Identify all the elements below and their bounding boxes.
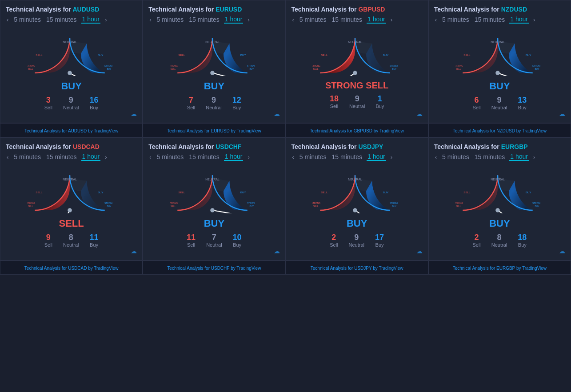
svg-line-70 bbox=[498, 210, 521, 213]
svg-text:STRONG: STRONG bbox=[532, 65, 540, 67]
svg-text:BUY: BUY bbox=[392, 68, 397, 70]
svg-text:SELL: SELL bbox=[178, 191, 185, 194]
timeframe-15-minutes[interactable]: 15 minutes bbox=[188, 153, 220, 160]
timeframe-5-minutes[interactable]: 5 minutes bbox=[156, 16, 185, 23]
timeframe-5-minutes[interactable]: 5 minutes bbox=[441, 153, 470, 160]
footer-audusd[interactable]: Technical Analysis for AUDUSD by Trading… bbox=[0, 123, 143, 137]
card-usdchf: Technical Analysis for USDCHF ‹ 5 minute… bbox=[143, 137, 285, 260]
timeframe-1-hour[interactable]: 1 hour bbox=[367, 153, 386, 161]
prev-arrow-eurusd[interactable]: ‹ bbox=[148, 16, 152, 23]
gauge-eurusd: NEUTRAL SELL BUY STRONG SELL STRONG BUY bbox=[170, 28, 259, 77]
timeframe-15-minutes[interactable]: 15 minutes bbox=[474, 153, 506, 160]
timeframe-15-minutes[interactable]: 15 minutes bbox=[474, 16, 506, 23]
timeframe-1-hour[interactable]: 1 hour bbox=[81, 153, 101, 161]
gauge-usdcad: NEUTRAL SELL BUY STRONG SELL STRONG BUY bbox=[27, 165, 116, 214]
next-arrow-gbpusd[interactable]: › bbox=[390, 16, 393, 23]
next-arrow-eurgbp[interactable]: › bbox=[532, 154, 536, 160]
svg-text:BUY: BUY bbox=[526, 191, 532, 194]
svg-text:BUY: BUY bbox=[107, 68, 112, 70]
card-title-usdjpy: Technical Analysis for USDJPY bbox=[291, 143, 383, 150]
sell-count-eurusd: 7 Sell bbox=[187, 96, 195, 110]
card-usdcad: Technical Analysis for USDCAD ‹ 5 minute… bbox=[0, 137, 143, 260]
footer-gbpusd[interactable]: Technical Analysis for GBPUSD by Trading… bbox=[286, 123, 428, 137]
svg-line-52 bbox=[212, 210, 241, 213]
timeframe-15-minutes[interactable]: 15 minutes bbox=[331, 153, 363, 160]
signal-eurusd: BUY bbox=[204, 80, 224, 92]
neutral-count-gbpusd: 9 Neutral bbox=[349, 94, 365, 109]
footer-usdjpy[interactable]: Technical Analysis for USDJPY by Trading… bbox=[286, 260, 428, 275]
timeframe-1-hour[interactable]: 1 hour bbox=[81, 16, 101, 24]
cloud-icon-eurgbp: ☁ bbox=[559, 248, 565, 255]
timeframe-15-minutes[interactable]: 15 minutes bbox=[45, 153, 77, 160]
timeframe-1-hour[interactable]: 1 hour bbox=[224, 16, 244, 24]
timeframe-1-hour[interactable]: 1 hour bbox=[509, 16, 529, 24]
symbol-usdcad: USDCAD bbox=[73, 143, 100, 150]
footer-usdchf[interactable]: Technical Analysis for USDCHF by Trading… bbox=[143, 260, 285, 275]
timeframe-15-minutes[interactable]: 15 minutes bbox=[331, 16, 363, 23]
symbol-usdchf: USDCHF bbox=[216, 143, 241, 150]
next-arrow-usdjpy[interactable]: › bbox=[390, 154, 393, 160]
prev-arrow-usdchf[interactable]: ‹ bbox=[148, 154, 152, 160]
svg-text:SELL: SELL bbox=[456, 68, 461, 70]
sell-count-usdchf: 11 Sell bbox=[187, 233, 196, 248]
svg-text:BUY: BUY bbox=[383, 191, 389, 194]
buy-count-eurusd: 12 Buy bbox=[232, 96, 241, 110]
counts-usdjpy: 2 Sell 9 Neutral 17 Buy bbox=[330, 233, 384, 248]
timeframe-15-minutes[interactable]: 15 minutes bbox=[45, 16, 77, 23]
timeframe-1-hour[interactable]: 1 hour bbox=[367, 16, 386, 24]
card-title-nzdusd: Technical Analysis for NZDUSD bbox=[434, 6, 527, 13]
footer-nzdusd[interactable]: Technical Analysis for NZDUSD by Trading… bbox=[428, 123, 571, 137]
signal-audusd: BUY bbox=[61, 80, 81, 92]
buy-count-usdcad: 11 Buy bbox=[90, 233, 99, 248]
neutral-count-usdjpy: 9 Neutral bbox=[349, 233, 364, 248]
prev-arrow-nzdusd[interactable]: ‹ bbox=[434, 16, 438, 23]
timeframe-1-hour[interactable]: 1 hour bbox=[509, 153, 529, 161]
buy-count-audusd: 16 Buy bbox=[90, 96, 99, 110]
footer-usdcad[interactable]: Technical Analysis for USDCAD by Trading… bbox=[0, 260, 143, 275]
card-title-usdchf: Technical Analysis for USDCHF bbox=[148, 143, 241, 150]
next-arrow-usdchf[interactable]: › bbox=[247, 154, 250, 160]
timeframe-5-minutes[interactable]: 5 minutes bbox=[13, 16, 42, 23]
counts-eurusd: 7 Sell 9 Neutral 12 Buy bbox=[187, 96, 241, 110]
svg-point-17 bbox=[210, 71, 215, 75]
symbol-eurgbp: EURGBP bbox=[501, 143, 528, 150]
next-arrow-audusd[interactable]: › bbox=[104, 16, 108, 23]
card-gbpusd: Technical Analysis for GBPUSD ‹ 5 minute… bbox=[286, 0, 428, 123]
svg-text:STRONG: STRONG bbox=[247, 65, 255, 67]
prev-arrow-audusd[interactable]: ‹ bbox=[6, 16, 9, 23]
prev-arrow-usdjpy[interactable]: ‹ bbox=[291, 154, 295, 160]
card-title-usdcad: Technical Analysis for USDCAD bbox=[6, 143, 100, 150]
svg-text:SELL: SELL bbox=[178, 53, 185, 56]
svg-text:NEUTRAL: NEUTRAL bbox=[491, 40, 505, 44]
card-title-eurusd: Technical Analysis for EURUSD bbox=[148, 6, 242, 13]
timeframe-5-minutes[interactable]: 5 minutes bbox=[13, 153, 42, 160]
signal-gbpusd: STRONG SELL bbox=[325, 80, 388, 91]
svg-text:NEUTRAL: NEUTRAL bbox=[205, 40, 220, 44]
timeframe-15-minutes[interactable]: 15 minutes bbox=[188, 16, 220, 23]
next-arrow-nzdusd[interactable]: › bbox=[532, 16, 536, 23]
timeframe-5-minutes[interactable]: 5 minutes bbox=[299, 153, 327, 160]
footer-eurgbp[interactable]: Technical Analysis for EURGBP by Trading… bbox=[428, 260, 571, 275]
timeframe-1-hour[interactable]: 1 hour bbox=[224, 153, 244, 161]
timeframe-5-minutes[interactable]: 5 minutes bbox=[299, 16, 327, 23]
svg-text:NEUTRAL: NEUTRAL bbox=[63, 40, 77, 44]
timeframe-5-minutes[interactable]: 5 minutes bbox=[156, 153, 185, 160]
svg-line-43 bbox=[55, 210, 70, 213]
counts-usdchf: 11 Sell 7 Neutral 10 Buy bbox=[187, 233, 242, 248]
card-eurusd: Technical Analysis for EURUSD ‹ 5 minute… bbox=[143, 0, 285, 123]
next-arrow-eurusd[interactable]: › bbox=[247, 16, 250, 23]
svg-text:STRONG: STRONG bbox=[27, 65, 35, 67]
prev-arrow-eurgbp[interactable]: ‹ bbox=[434, 154, 438, 160]
svg-text:STRONG: STRONG bbox=[455, 202, 463, 204]
footer-eurusd[interactable]: Technical Analysis for EURUSD by Trading… bbox=[143, 123, 285, 137]
main-grid: Technical Analysis for AUDUSD ‹ 5 minute… bbox=[0, 0, 571, 275]
prev-arrow-gbpusd[interactable]: ‹ bbox=[291, 16, 295, 23]
buy-count-nzdusd: 13 Buy bbox=[518, 96, 527, 110]
next-arrow-usdcad[interactable]: › bbox=[104, 154, 108, 160]
buy-count-gbpusd: 1 Buy bbox=[375, 94, 384, 109]
cloud-icon-nzdusd: ☁ bbox=[559, 110, 565, 117]
svg-point-44 bbox=[68, 208, 72, 212]
prev-arrow-usdcad[interactable]: ‹ bbox=[6, 154, 9, 160]
svg-text:STRONG: STRONG bbox=[390, 202, 398, 204]
timeframe-5-minutes[interactable]: 5 minutes bbox=[441, 16, 470, 23]
